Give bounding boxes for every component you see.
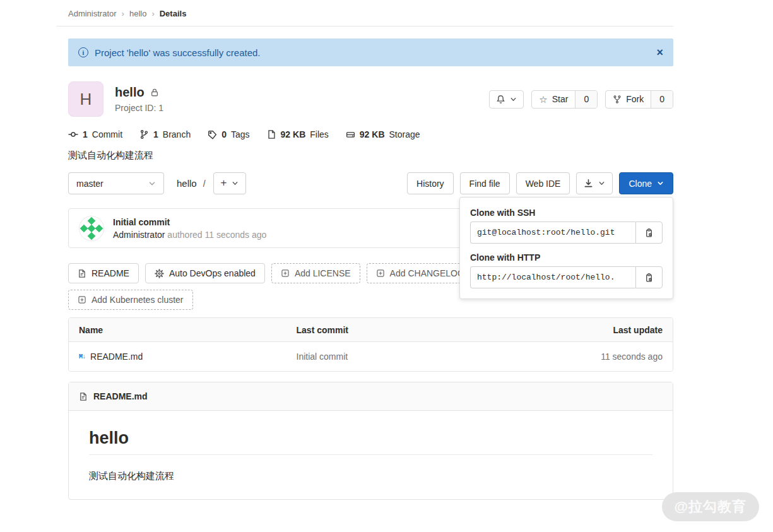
files-table: Name Last commit Last update M↓ README.m… [68, 317, 673, 372]
clone-http-label: Clone with HTTP [470, 252, 663, 263]
column-last-commit: Last commit [286, 325, 540, 335]
file-icon [78, 269, 86, 278]
download-icon [584, 179, 593, 188]
plus-icon: + [221, 177, 227, 188]
fork-count[interactable]: 0 [651, 91, 673, 108]
plus-square-icon [78, 295, 86, 304]
tag-icon [208, 130, 217, 139]
copy-http-url-button[interactable] [635, 266, 663, 288]
project-id: Project ID: 1 [115, 103, 163, 113]
plus-square-icon [281, 269, 290, 278]
history-button[interactable]: History [407, 172, 454, 194]
copy-icon [644, 228, 654, 238]
clone-dropdown-panel: Clone with SSH Clone with HTTP [459, 197, 673, 299]
project-title: hello [115, 85, 145, 100]
project-stats: 1 Commit 1 Branch 0 Tags 92 KB Files [68, 129, 673, 139]
branch-selector[interactable]: master [68, 172, 164, 194]
add-changelog-button[interactable]: Add CHANGELOG [367, 263, 474, 283]
commit-title-link[interactable]: Initial commit [113, 217, 266, 227]
commit-icon [68, 129, 78, 139]
breadcrumb-details: Details [160, 9, 187, 18]
success-banner: i Project 'hello' was successfully creat… [68, 38, 673, 66]
copy-icon [644, 273, 654, 283]
chevron-down-icon [232, 180, 239, 187]
stat-files[interactable]: 92 KB Files [267, 129, 329, 139]
repo-controls: master hello / + History Find file Web I… [68, 172, 673, 194]
clone-dropdown-button[interactable]: Clone [619, 172, 673, 194]
file-link-readme[interactable]: M↓ README.md [69, 352, 286, 362]
readme-preview: README.md hello 测试自动化构建流程 [68, 382, 673, 500]
stat-commits[interactable]: 1 Commit [68, 129, 122, 139]
lock-icon [150, 88, 159, 97]
path-separator: / [203, 179, 206, 189]
breadcrumb: Administrator › hello › Details [57, 0, 673, 27]
star-icon: ☆ [539, 95, 547, 104]
project-header: H hello Project ID: 1 ☆ [68, 81, 673, 117]
file-last-update: 11 seconds ago [540, 352, 673, 362]
auto-devops-enabled-button[interactable]: Auto DevOps enabled [145, 263, 265, 283]
clone-http-url-input[interactable] [470, 266, 635, 288]
web-ide-button[interactable]: Web IDE [516, 172, 570, 194]
file-icon [79, 392, 88, 401]
readme-button[interactable]: README [68, 263, 139, 283]
repo-path-root[interactable]: hello [177, 178, 197, 189]
column-last-update: Last update [540, 325, 673, 335]
watermark: @拉勾教育 [662, 492, 759, 521]
copy-ssh-url-button[interactable] [635, 222, 663, 244]
clone-ssh-url-input[interactable] [470, 222, 635, 244]
readme-paragraph: 测试自动化构建流程 [89, 470, 652, 482]
clone-ssh-label: Clone with SSH [470, 208, 663, 218]
storage-icon [346, 130, 355, 139]
commit-author-avatar[interactable] [79, 216, 104, 241]
branch-selector-value: master [76, 179, 103, 189]
add-file-dropdown-button[interactable]: + [213, 172, 246, 194]
breadcrumb-separator-icon: › [151, 9, 154, 18]
star-label: Star [552, 94, 569, 104]
add-kubernetes-cluster-button[interactable]: Add Kubernetes cluster [68, 290, 193, 310]
info-icon: i [78, 47, 88, 57]
gear-icon [155, 269, 164, 278]
project-avatar: H [68, 81, 103, 117]
banner-close-button[interactable]: × [656, 47, 663, 58]
project-description: 测试自动化构建流程 [68, 150, 673, 162]
stat-tags[interactable]: 0 Tags [208, 129, 249, 139]
fork-button[interactable]: Fork [606, 91, 651, 108]
fork-button-group: Fork 0 [605, 90, 673, 109]
download-dropdown-button[interactable] [576, 172, 613, 194]
file-icon [267, 129, 276, 139]
chevron-down-icon [510, 96, 517, 103]
breadcrumb-hello[interactable]: hello [129, 9, 146, 18]
stat-storage[interactable]: 92 KB Storage [346, 129, 420, 139]
commit-meta-text: authored 11 seconds ago [167, 230, 266, 240]
readme-filename-link[interactable]: README.md [93, 391, 148, 401]
star-button-group: ☆ Star 0 [531, 90, 598, 109]
chevron-down-icon [598, 180, 605, 187]
star-count[interactable]: 0 [575, 91, 597, 108]
star-button[interactable]: ☆ Star [532, 91, 575, 108]
page-container: Administrator › hello › Details i Projec… [68, 0, 673, 500]
file-last-commit-link[interactable]: Initial commit [286, 352, 540, 362]
add-license-button[interactable]: Add LICENSE [271, 263, 360, 283]
readme-heading: hello [89, 429, 652, 455]
chevron-down-icon [657, 180, 664, 187]
breadcrumb-administrator[interactable]: Administrator [68, 9, 117, 18]
banner-message: Project 'hello' was successfully created… [95, 47, 261, 58]
bell-icon [496, 95, 505, 104]
table-row: M↓ README.md Initial commit 11 seconds a… [69, 342, 673, 371]
chevron-down-icon [148, 180, 156, 187]
stat-branches[interactable]: 1 Branch [139, 129, 191, 139]
markdown-file-icon: M↓ [79, 353, 86, 360]
branch-icon [139, 129, 149, 139]
column-name: Name [69, 325, 286, 335]
breadcrumb-separator-icon: › [122, 9, 124, 18]
files-table-header: Name Last commit Last update [69, 318, 673, 342]
fork-label: Fork [626, 94, 644, 104]
readme-header: README.md [69, 382, 673, 411]
fork-icon [613, 95, 622, 104]
find-file-button[interactable]: Find file [460, 172, 510, 194]
notifications-dropdown-button[interactable] [489, 90, 524, 109]
commit-author-link[interactable]: Administrator [113, 230, 165, 240]
plus-square-icon [376, 269, 385, 278]
